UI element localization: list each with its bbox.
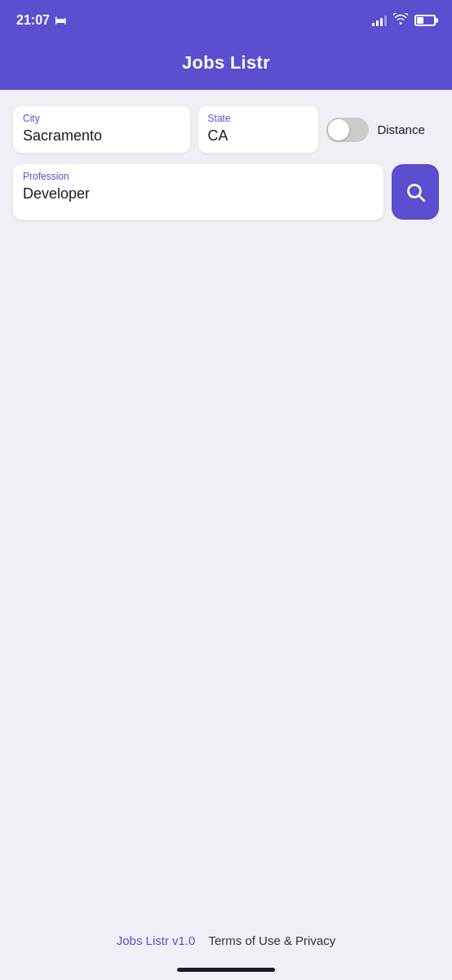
home-indicator	[177, 968, 275, 972]
search-icon	[405, 181, 426, 203]
state-value: CA	[208, 127, 309, 145]
main-content: City Sacramento State CA Distance Profes…	[0, 90, 452, 236]
state-label: State	[208, 113, 309, 124]
wifi-icon	[393, 13, 408, 28]
toggle-knob	[328, 119, 349, 140]
search-row-2: Profession Developer	[13, 164, 439, 220]
status-icons	[372, 13, 436, 28]
search-row-1: City Sacramento State CA Distance	[13, 106, 439, 153]
status-time: 21:07	[16, 13, 50, 28]
profession-label: Profession	[23, 171, 374, 182]
footer-terms[interactable]: Terms of Use & Privacy	[208, 933, 335, 947]
distance-toggle[interactable]	[326, 118, 369, 142]
profession-input-group[interactable]: Profession Developer	[13, 164, 383, 220]
signal-icon	[372, 15, 387, 26]
app-title: Jobs Listr	[182, 52, 270, 73]
state-input-group[interactable]: State CA	[198, 106, 319, 153]
bed-icon: 🛏	[55, 14, 66, 27]
city-value: Sacramento	[23, 127, 180, 145]
app-header: Jobs Listr	[0, 41, 452, 90]
status-time-group: 21:07 🛏	[16, 13, 66, 28]
svg-line-1	[419, 196, 424, 201]
battery-icon	[414, 15, 436, 26]
city-input-group[interactable]: City Sacramento	[13, 106, 190, 153]
profession-value: Developer	[23, 185, 374, 203]
status-bar: 21:07 🛏	[0, 0, 452, 41]
footer: Jobs Listr v1.0 Terms of Use & Privacy	[0, 933, 452, 947]
distance-label: Distance	[377, 122, 424, 136]
search-button[interactable]	[392, 164, 439, 220]
city-label: City	[23, 113, 180, 124]
footer-app-name[interactable]: Jobs Listr v1.0	[117, 933, 196, 947]
distance-toggle-group: Distance	[326, 118, 439, 142]
